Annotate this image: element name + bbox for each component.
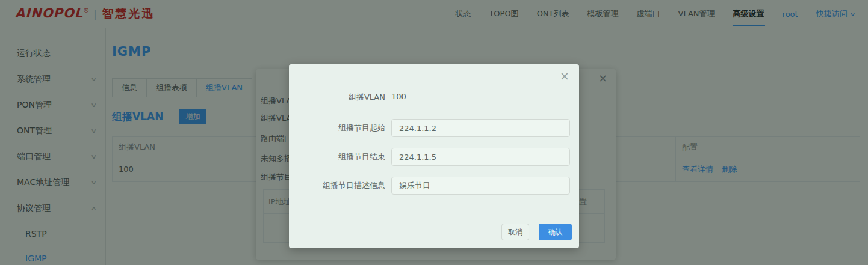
field-label: 组播VLAN xyxy=(289,92,385,103)
program-end-input[interactable] xyxy=(391,148,570,166)
field-row-program-end: 组播节目结束 xyxy=(289,148,579,166)
confirm-button[interactable]: 确认 xyxy=(539,224,572,240)
program-desc-input[interactable] xyxy=(391,177,570,195)
program-start-input[interactable] xyxy=(391,119,570,137)
field-label: 组播节目描述信息 xyxy=(289,177,385,195)
field-row-program-desc: 组播节目描述信息 xyxy=(289,177,579,195)
app-window: AINOPOL® | 智慧光迅 状态 TOPO图 ONT列表 模板管理 虚端口 … xyxy=(0,0,868,265)
close-icon[interactable]: × xyxy=(560,69,569,82)
field-label: 组播节目结束 xyxy=(289,148,385,166)
vlan-value: 100 xyxy=(391,92,406,103)
cancel-button[interactable]: 取消 xyxy=(501,224,529,240)
edit-multicast-modal: × 组播VLAN 100 组播节目起始 组播节目结束 组播节目描述信息 取消 确… xyxy=(289,64,579,248)
field-row-program-start: 组播节目起始 xyxy=(289,119,579,137)
field-label: 组播节目起始 xyxy=(289,119,385,137)
field-row-vlan: 组播VLAN 100 xyxy=(289,92,579,103)
